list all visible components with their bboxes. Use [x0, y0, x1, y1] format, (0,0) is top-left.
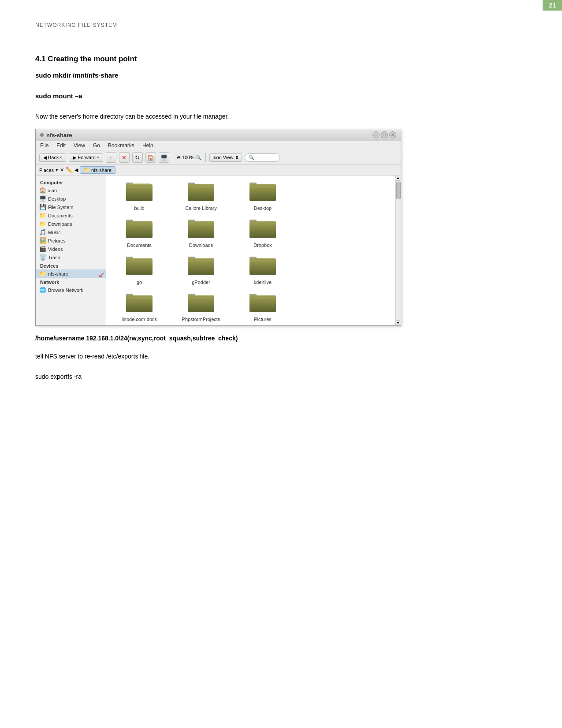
- folder-kdenlive[interactable]: kdenlive: [234, 254, 291, 287]
- pathbar-left-icon[interactable]: ◀: [74, 167, 78, 173]
- svg-rect-28: [249, 258, 276, 262]
- videos-icon: 🎬: [39, 246, 46, 252]
- svg-rect-10: [249, 184, 276, 188]
- back-label: Back: [48, 155, 59, 160]
- sidebar-item-desktop[interactable]: 🖥️ Desktop: [36, 194, 106, 203]
- nfs-share-icon: 📁: [39, 270, 46, 277]
- search-icon: 🔍: [249, 155, 255, 161]
- pictures-label: Pictures: [48, 238, 66, 243]
- file-manager-window: nfs-share – □ ✕ File Edit View Go Bookma…: [35, 129, 401, 326]
- sidebar-item-browse-network[interactable]: 🌐 Browse Network: [36, 286, 106, 294]
- xiao-label: xiao: [48, 188, 57, 193]
- folder-icon-go: [125, 256, 153, 279]
- back-button[interactable]: ◀ Back ▾: [39, 153, 66, 162]
- downloads-icon: 📁: [39, 220, 46, 227]
- svg-rect-7: [188, 184, 214, 188]
- sidebar-item-pictures[interactable]: 🖼️ Pictures: [36, 236, 106, 245]
- folder-calibre-library[interactable]: Calibre Library: [172, 180, 230, 213]
- menu-help[interactable]: Help: [142, 142, 153, 149]
- scrollbar-thumb[interactable]: [396, 182, 401, 199]
- svg-rect-34: [188, 295, 214, 299]
- folder-label-pictures: Pictures: [254, 317, 272, 322]
- folder-gpodder[interactable]: gPodder: [172, 254, 230, 287]
- folder-pictures[interactable]: Pictures: [234, 291, 291, 324]
- path-crumb-nfs-share[interactable]: 📁 nfs-share: [80, 166, 115, 174]
- folder-label-documents: Documents: [127, 243, 152, 248]
- folder-desktop[interactable]: Desktop: [234, 180, 291, 213]
- menu-edit[interactable]: Edit: [56, 142, 66, 149]
- menu-file[interactable]: File: [40, 142, 48, 149]
- forward-dropdown-icon: ▾: [97, 155, 99, 160]
- toolbar-separator: [173, 153, 173, 162]
- svg-rect-3: [126, 184, 153, 188]
- zoom-control: ⊖ 100% 🔍: [177, 155, 202, 161]
- reload-button[interactable]: ↻: [132, 152, 143, 163]
- code-block-3: sudo exportfs -ra: [35, 373, 527, 380]
- sidebar-item-music[interactable]: 🎵 Music: [36, 228, 106, 236]
- scroll-down-button[interactable]: ▼: [396, 320, 400, 325]
- sidebar-item-xiao[interactable]: 🏠 xiao: [36, 186, 106, 194]
- documents-icon: 📁: [39, 212, 46, 219]
- menu-view[interactable]: View: [74, 142, 85, 149]
- folder-icon-calibre-library: [187, 182, 215, 205]
- close-button[interactable]: ✕: [389, 131, 396, 138]
- places-close-icon[interactable]: ✕: [60, 167, 64, 173]
- scroll-up-button[interactable]: ▲: [396, 175, 400, 181]
- sidebar-item-videos[interactable]: 🎬 Videos: [36, 245, 106, 253]
- sidebar-item-nfs-share[interactable]: 📁 nfs-share ↙: [36, 269, 106, 278]
- sidebar-item-filesystem[interactable]: 💾 File System: [36, 203, 106, 211]
- nfs-share-label: nfs-share: [48, 271, 68, 276]
- desktop-icon: 🖥️: [39, 195, 46, 202]
- minimize-button[interactable]: –: [372, 131, 380, 138]
- section-heading: 4.1 Creating the mount point: [35, 55, 527, 63]
- pathbar-edit-icon[interactable]: ✏️: [66, 167, 73, 173]
- scrollbar-track: [396, 200, 401, 320]
- folder-label-desktop: Desktop: [254, 205, 272, 211]
- fm-body: Computer 🏠 xiao 🖥️ Desktop 💾 File System…: [36, 175, 401, 325]
- up-button[interactable]: ↑: [106, 152, 116, 163]
- svg-rect-22: [126, 258, 153, 262]
- scrollbar[interactable]: ▲ ▼: [395, 175, 401, 325]
- document-header: NETWORKING FILE SYSTEM: [35, 22, 527, 28]
- view-dropdown-icon: ⇕: [235, 155, 239, 161]
- view-selector[interactable]: Icon View ⇕: [209, 153, 242, 162]
- menu-bookmarks[interactable]: Bookmarks: [108, 142, 134, 149]
- browse-network-icon: 🌐: [39, 287, 46, 293]
- folder-icon-documents: [125, 219, 153, 242]
- zoom-value: 100%: [182, 155, 194, 160]
- folder-documents[interactable]: Documents: [111, 217, 168, 250]
- svg-rect-13: [126, 221, 153, 225]
- folder-downloads[interactable]: Downloads: [172, 217, 230, 250]
- computer-button[interactable]: 🖥️: [159, 152, 169, 163]
- folder-go[interactable]: go: [111, 254, 168, 287]
- sidebar-item-downloads[interactable]: 📁 Downloads: [36, 220, 106, 228]
- crumb-folder-icon: 📁: [84, 167, 90, 173]
- sidebar-item-trash[interactable]: 🗑️ Trash: [36, 253, 106, 261]
- folder-icon-dropbox: [249, 219, 277, 242]
- folder-build[interactable]: build: [111, 180, 168, 213]
- forward-label: Forward: [78, 155, 95, 160]
- body-text-2: tell NFS server to re-read /etc/exports …: [35, 353, 527, 360]
- sidebar-item-documents[interactable]: 📁 Documents: [36, 211, 106, 220]
- forward-arrow-icon: ▶: [73, 155, 76, 161]
- home-button[interactable]: 🏠: [145, 152, 156, 163]
- folder-phpstorm-projects[interactable]: PhpstormProjects: [172, 291, 230, 324]
- maximize-button[interactable]: □: [381, 131, 388, 138]
- browse-network-label: Browse Network: [48, 287, 83, 293]
- toolbar: ◀ Back ▾ ▶ Forward ▾ ↑ ✕ ↻ 🏠 🖥️ ⊖ 100% 🔍: [36, 150, 401, 165]
- export-caption: /home/username 192.168.1.0/24(rw,sync,ro…: [35, 335, 527, 342]
- stop-button[interactable]: ✕: [119, 152, 130, 163]
- folder-icon-kdenlive: [249, 256, 277, 279]
- arrow-indicator: ↙: [98, 270, 105, 280]
- folder-dropbox[interactable]: Dropbox: [234, 217, 291, 250]
- zoom-minus-icon[interactable]: ⊖: [177, 155, 181, 161]
- back-arrow-icon: ◀: [43, 155, 47, 161]
- toolbar-separator-2: [205, 153, 206, 162]
- search-box[interactable]: 🔍: [245, 153, 280, 162]
- zoom-icon: 🔍: [196, 155, 202, 161]
- forward-button[interactable]: ▶ Forward ▾: [69, 153, 103, 162]
- view-label: Icon View: [212, 155, 234, 160]
- crumb-label: nfs-share: [91, 168, 112, 173]
- folder-linode-com-docs[interactable]: linode.com-docs: [111, 291, 168, 324]
- menu-go[interactable]: Go: [93, 142, 100, 149]
